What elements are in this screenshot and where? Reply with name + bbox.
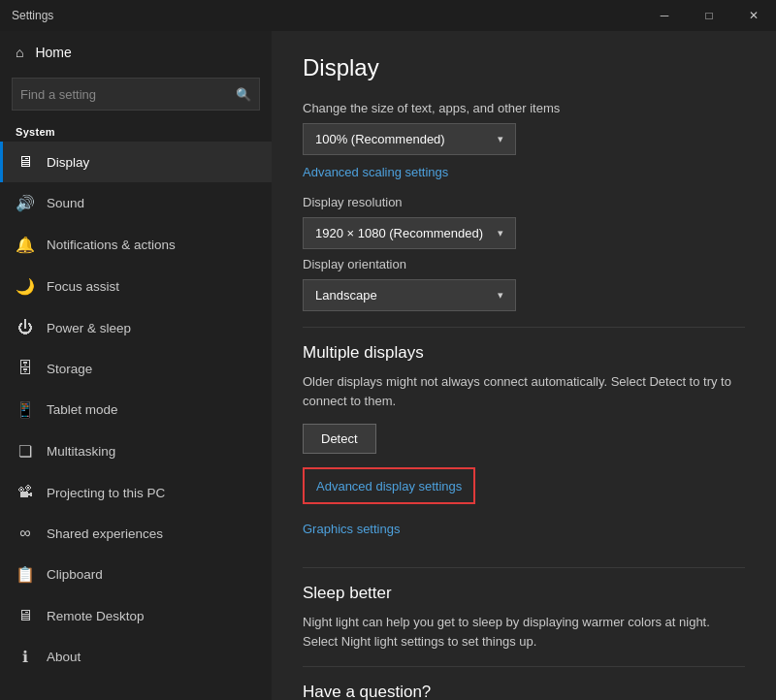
sidebar-item-tablet[interactable]: 📱 Tablet mode	[0, 389, 272, 430]
maximize-button[interactable]: □	[687, 0, 731, 31]
sidebar-item-label: Tablet mode	[47, 402, 118, 417]
minimize-button[interactable]: ─	[642, 0, 687, 31]
chevron-down-icon: ▾	[498, 227, 503, 239]
multiple-displays-title: Multiple displays	[303, 343, 745, 363]
sidebar-item-label: About	[47, 650, 81, 664]
sleep-text: Night light can help you get to sleep by…	[303, 613, 745, 651]
sidebar-item-label: Clipboard	[47, 567, 103, 582]
storage-icon: 🗄	[16, 360, 35, 377]
sound-icon: 🔊	[16, 194, 35, 212]
size-dropdown[interactable]: 100% (Recommended) ▾	[303, 123, 516, 155]
search-input[interactable]	[20, 87, 236, 102]
resolution-label: Display resolution	[303, 195, 745, 209]
advanced-display-link-box: Advanced display settings	[303, 467, 475, 504]
orientation-dropdown[interactable]: Landscape ▾	[303, 279, 516, 311]
section-divider-3	[303, 666, 745, 667]
detect-button[interactable]: Detect	[303, 424, 376, 454]
sidebar-section-label: System	[0, 118, 272, 142]
projecting-icon: 📽	[16, 484, 35, 501]
sidebar-item-focus[interactable]: 🌙 Focus assist	[0, 266, 272, 307]
search-box[interactable]: 🔍	[12, 78, 260, 111]
window-controls: ─ □ ✕	[642, 0, 776, 31]
sidebar-item-label: Focus assist	[47, 279, 119, 294]
sidebar-item-clipboard[interactable]: 📋 Clipboard	[0, 554, 272, 595]
remote-icon: 🖥	[16, 607, 35, 624]
sidebar-item-multitasking[interactable]: ❏ Multitasking	[0, 430, 272, 472]
chevron-down-icon: ▾	[498, 289, 503, 302]
app-title: Settings	[12, 9, 53, 22]
sidebar-item-label: Display	[47, 155, 89, 170]
chevron-down-icon: ▾	[498, 133, 503, 145]
section-divider	[303, 327, 745, 328]
sidebar-item-projecting[interactable]: 📽 Projecting to this PC	[0, 472, 272, 513]
power-icon: ⏻	[16, 319, 35, 336]
tablet-icon: 📱	[16, 400, 35, 419]
sidebar-item-notifications[interactable]: 🔔 Notifications & actions	[0, 224, 272, 266]
app-container: ⌂ Home 🔍 System 🖥 Display 🔊 Sound 🔔 Noti…	[0, 31, 776, 700]
orientation-dropdown-value: Landscape	[315, 288, 377, 302]
sleep-title: Sleep better	[303, 584, 745, 603]
main-content: Display Change the size of text, apps, a…	[272, 31, 776, 700]
sidebar-item-power[interactable]: ⏻ Power & sleep	[0, 307, 272, 348]
graphics-link[interactable]: Graphics settings	[303, 522, 400, 536]
notifications-icon: 🔔	[16, 236, 35, 254]
sidebar-item-label: Notifications & actions	[47, 238, 176, 252]
titlebar: Settings ─ □ ✕	[0, 0, 776, 31]
size-dropdown-value: 100% (Recommended)	[315, 132, 445, 146]
section-divider-2	[303, 567, 745, 568]
page-title: Display	[303, 54, 745, 81]
sidebar-item-label: Projecting to this PC	[47, 486, 165, 500]
resolution-dropdown-value: 1920 × 1080 (Recommended)	[315, 226, 483, 240]
sidebar-item-sound[interactable]: 🔊 Sound	[0, 182, 272, 224]
advanced-display-link[interactable]: Advanced display settings	[316, 479, 462, 493]
multitasking-icon: ❏	[16, 442, 35, 461]
sidebar-item-remote[interactable]: 🖥 Remote Desktop	[0, 595, 272, 636]
shared-icon: ∞	[16, 525, 35, 542]
resolution-dropdown[interactable]: 1920 × 1080 (Recommended) ▾	[303, 217, 516, 249]
advanced-scaling-link[interactable]: Advanced scaling settings	[303, 165, 448, 179]
clipboard-icon: 📋	[16, 565, 35, 584]
close-button[interactable]: ✕	[731, 0, 776, 31]
home-label: Home	[35, 45, 71, 60]
sidebar-item-label: Shared experiences	[47, 526, 163, 541]
sidebar-item-label: Power & sleep	[47, 321, 131, 335]
sidebar-item-label: Multitasking	[47, 444, 115, 459]
focus-icon: 🌙	[16, 277, 35, 296]
search-icon: 🔍	[236, 87, 251, 102]
sidebar-item-label: Remote Desktop	[47, 609, 145, 623]
about-icon: ℹ	[16, 648, 35, 666]
sidebar-item-label: Storage	[47, 362, 92, 376]
orientation-label: Display orientation	[303, 257, 745, 271]
sidebar-item-storage[interactable]: 🗄 Storage	[0, 348, 272, 389]
sidebar: ⌂ Home 🔍 System 🖥 Display 🔊 Sound 🔔 Noti…	[0, 31, 272, 700]
sidebar-item-display[interactable]: 🖥 Display	[0, 142, 272, 182]
sidebar-item-label: Sound	[47, 196, 84, 210]
size-label: Change the size of text, apps, and other…	[303, 101, 745, 115]
home-icon: ⌂	[16, 45, 23, 60]
multiple-displays-text: Older displays might not always connect …	[303, 372, 745, 410]
sidebar-item-home[interactable]: ⌂ Home	[0, 31, 272, 74]
sidebar-item-shared[interactable]: ∞ Shared experiences	[0, 513, 272, 554]
question-title: Have a question?	[303, 683, 745, 700]
sidebar-item-about[interactable]: ℹ About	[0, 636, 272, 678]
display-icon: 🖥	[16, 153, 35, 171]
